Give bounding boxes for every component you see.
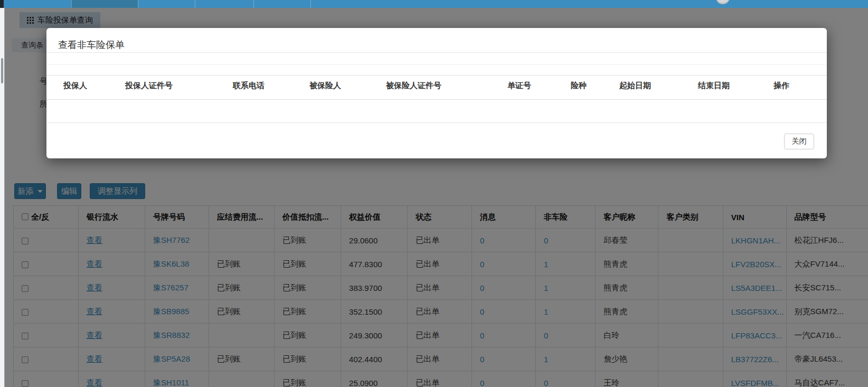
modal-header-divider — [46, 52, 827, 53]
modal-col-header: 被保险人 — [309, 81, 341, 91]
tab-divider — [195, 0, 195, 8]
modal-col-header: 结束日期 — [698, 81, 730, 91]
modal-footer-divider — [46, 122, 827, 123]
close-button[interactable]: 关闭 — [784, 134, 814, 149]
modal-col-header: 被保险人证件号 — [386, 81, 441, 91]
non-auto-policy-modal: 查看非车险保单 投保人投保人证件号联系电话被保险人被保险人证件号单证号险种起始日… — [46, 28, 827, 158]
modal-col-header: 联系电话 — [233, 81, 265, 91]
avatar[interactable] — [716, 0, 730, 4]
modal-title: 查看非车险保单 — [58, 39, 125, 51]
modal-col-header: 投保人 — [63, 81, 87, 91]
tab-divider — [310, 0, 311, 8]
modal-col-header: 起始日期 — [619, 81, 651, 91]
tab-divider — [138, 0, 138, 8]
tab-divider — [253, 0, 254, 8]
scrollbar-thumb[interactable] — [1, 58, 3, 83]
modal-table-header-top-border — [46, 75, 827, 75]
modal-col-header: 操作 — [773, 81, 789, 91]
modal-table-header-bottom-border — [46, 99, 827, 100]
browser-tab-bar — [0, 0, 868, 8]
modal-col-header: 险种 — [571, 81, 587, 91]
modal-body-divider — [47, 64, 826, 65]
modal-col-header: 单证号 — [507, 81, 531, 91]
tab-divider — [71, 0, 72, 8]
browser-tab-active[interactable] — [71, 0, 138, 8]
modal-col-header: 投保人证件号 — [125, 81, 173, 91]
window-corner — [0, 0, 4, 8]
left-edge-strip — [0, 8, 5, 387]
screen: 车险投保单查询 查询条 号 所 新添 编辑 调整显示列 全/反银行流水号牌号码应… — [0, 0, 868, 387]
